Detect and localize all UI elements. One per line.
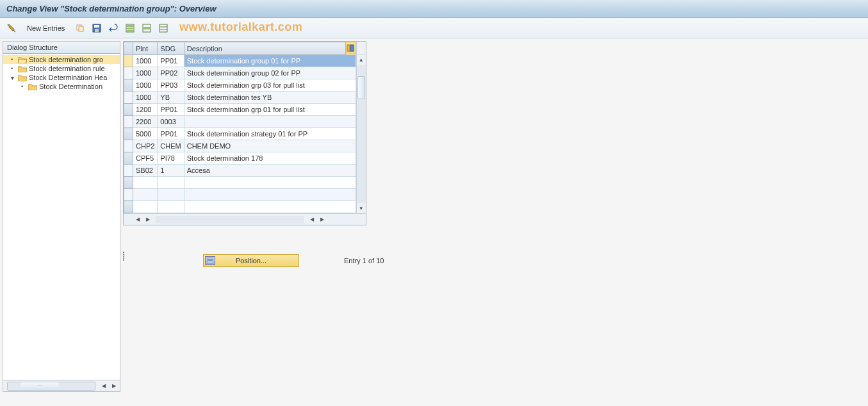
col-header-plnt[interactable]: Plnt xyxy=(133,42,158,55)
cell-plnt[interactable]: 2200 xyxy=(133,116,158,128)
cell-sdg[interactable] xyxy=(158,189,184,201)
cell-plnt[interactable] xyxy=(133,189,158,201)
cell-sdg[interactable] xyxy=(158,177,184,189)
cell-description[interactable] xyxy=(184,177,356,189)
row-select-cell[interactable] xyxy=(124,201,133,213)
cell-sdg[interactable] xyxy=(158,201,184,213)
cell-plnt[interactable]: 1000 xyxy=(133,79,158,92)
cell-sdg[interactable]: PI78 xyxy=(158,152,184,165)
configure-table-icon[interactable] xyxy=(345,42,356,55)
cell-plnt[interactable]: CPF5 xyxy=(133,152,158,165)
cell-description[interactable] xyxy=(184,189,356,201)
vscroll-thumb[interactable] xyxy=(357,76,365,99)
cell-plnt[interactable]: 5000 xyxy=(133,128,158,140)
cell-description[interactable] xyxy=(184,116,356,128)
cell-description[interactable]: Stock determination group 01 for PP xyxy=(184,55,356,67)
row-select-cell[interactable] xyxy=(124,165,133,177)
row-select-cell[interactable] xyxy=(124,67,133,79)
table-row[interactable]: SB021Accesa xyxy=(124,165,356,177)
cell-plnt[interactable] xyxy=(133,201,158,213)
cell-plnt[interactable] xyxy=(133,177,158,189)
table-row[interactable]: 1000PP02Stock determination group 02 for… xyxy=(124,67,356,79)
scroll-left-icon[interactable]: ◀ xyxy=(133,215,142,224)
cell-description[interactable]: CHEM DEMO xyxy=(184,140,356,152)
cell-description[interactable]: Stock determination grp 01 for pull list xyxy=(184,104,356,116)
cell-plnt[interactable]: SB02 xyxy=(133,165,158,177)
cell-sdg[interactable]: CHEM xyxy=(158,140,184,152)
tree-label: Stock Determination Hea xyxy=(29,74,107,81)
table-row[interactable]: 1000PP03Stock determination grp 03 for p… xyxy=(124,79,356,92)
cell-description[interactable]: Stock determination group 02 for PP xyxy=(184,67,356,79)
scroll-down-icon[interactable]: ▼ xyxy=(357,203,366,213)
cell-description[interactable]: Stock determination grp 03 for pull list xyxy=(184,79,356,92)
position-button[interactable]: Position... xyxy=(203,254,299,267)
row-select-cell[interactable] xyxy=(124,128,133,140)
select-block-icon[interactable] xyxy=(140,22,153,35)
splitter-handle[interactable] xyxy=(122,243,126,269)
table-row[interactable]: 22000003 xyxy=(124,116,356,128)
row-select-cell[interactable] xyxy=(124,116,133,128)
cell-sdg[interactable]: PP01 xyxy=(158,55,184,67)
scroll-left-icon[interactable]: ◀ xyxy=(99,382,108,391)
cell-sdg[interactable]: PP03 xyxy=(158,79,184,92)
scroll-right-icon[interactable]: ▶ xyxy=(318,215,327,224)
hscroll-thumb[interactable]: ⋯ xyxy=(20,382,59,390)
cell-sdg[interactable]: PP01 xyxy=(158,104,184,116)
cell-plnt[interactable]: 1000 xyxy=(133,67,158,79)
table-vscroll: ▲ ▼ xyxy=(356,42,366,213)
tree-item-stock-det-header[interactable]: ▾ Stock Determination Hea xyxy=(3,73,120,82)
table-row[interactable]: CHP2CHEMCHEM DEMO xyxy=(124,140,356,152)
table-row[interactable]: 1200PP01Stock determination grp 01 for p… xyxy=(124,104,356,116)
scroll-right-icon[interactable]: ▶ xyxy=(110,382,119,391)
select-all-icon[interactable] xyxy=(124,22,136,35)
table-row[interactable] xyxy=(124,189,356,201)
toggle-icon[interactable] xyxy=(5,22,18,35)
row-select-cell[interactable] xyxy=(124,92,133,104)
cell-plnt[interactable]: CHP2 xyxy=(133,140,158,152)
table-row[interactable]: 5000PP01Stock determination strategy 01 … xyxy=(124,128,356,140)
tree-item-stock-det-group[interactable]: • Stock determination gro xyxy=(3,55,120,64)
hscroll-track[interactable] xyxy=(156,216,304,223)
row-select-cell[interactable] xyxy=(124,140,133,152)
cell-description[interactable] xyxy=(184,201,356,213)
scroll-right-icon[interactable]: ▶ xyxy=(143,215,152,224)
col-header-sdg[interactable]: SDG xyxy=(158,42,184,55)
row-select-cell[interactable] xyxy=(124,104,133,116)
copy-icon[interactable] xyxy=(74,22,86,35)
row-select-cell[interactable] xyxy=(124,55,133,67)
row-select-header[interactable] xyxy=(124,42,133,55)
tree-item-stock-det-child[interactable]: • Stock Determination xyxy=(3,82,120,91)
vscroll-track[interactable] xyxy=(357,65,366,203)
cell-sdg[interactable]: 0003 xyxy=(158,116,184,128)
col-header-desc[interactable]: Description xyxy=(184,42,345,55)
cell-description[interactable]: Stock determination tes YB xyxy=(184,92,356,104)
new-entries-button[interactable]: New Entries xyxy=(22,23,70,33)
hscroll-track[interactable]: ⋯ xyxy=(7,382,95,391)
cell-plnt[interactable]: 1000 xyxy=(133,92,158,104)
table-row[interactable]: CPF5PI78Stock determination 178 xyxy=(124,152,356,165)
cell-plnt[interactable]: 1000 xyxy=(133,55,158,67)
scroll-left-icon[interactable]: ◀ xyxy=(307,215,316,224)
cell-plnt[interactable]: 1200 xyxy=(133,104,158,116)
row-select-cell[interactable] xyxy=(124,177,133,189)
row-select-cell[interactable] xyxy=(124,189,133,201)
table-row[interactable]: 1000PP01Stock determination group 01 for… xyxy=(124,55,356,67)
table-row[interactable] xyxy=(124,177,356,189)
row-select-cell[interactable] xyxy=(124,152,133,165)
deselect-all-icon[interactable] xyxy=(157,22,170,35)
undo-icon[interactable] xyxy=(107,22,120,35)
expand-icon[interactable]: ▾ xyxy=(11,74,16,81)
cell-sdg[interactable]: PP01 xyxy=(158,128,184,140)
tree-item-stock-det-rule[interactable]: • Stock determination rule xyxy=(3,64,120,73)
save-icon[interactable] xyxy=(90,22,103,35)
table-row[interactable]: 1000YBStock determination tes YB xyxy=(124,92,356,104)
scroll-up-icon[interactable]: ▲ xyxy=(357,54,366,65)
cell-description[interactable]: Stock determination strategy 01 for PP xyxy=(184,128,356,140)
cell-description[interactable]: Accesa xyxy=(184,165,356,177)
cell-sdg[interactable]: 1 xyxy=(158,165,184,177)
row-select-cell[interactable] xyxy=(124,79,133,92)
cell-sdg[interactable]: YB xyxy=(158,92,184,104)
cell-sdg[interactable]: PP02 xyxy=(158,67,184,79)
cell-description[interactable]: Stock determination 178 xyxy=(184,152,356,165)
table-row[interactable] xyxy=(124,201,356,213)
